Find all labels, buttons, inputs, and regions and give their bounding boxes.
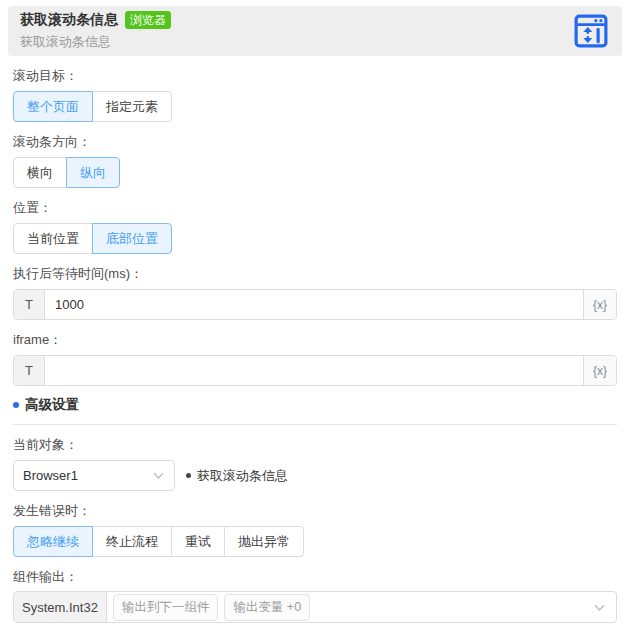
iframe-input-group: T {x} [13, 355, 617, 386]
error-option-retry[interactable]: 重试 [171, 526, 225, 557]
option-current-position[interactable]: 当前位置 [13, 223, 93, 254]
wait-time-label: 执行后等待时间(ms)： [13, 266, 617, 281]
browser-category-badge: 浏览器 [125, 11, 171, 29]
position-label: 位置： [13, 200, 617, 215]
current-object-select[interactable]: Browser1 [13, 460, 175, 491]
on-error-label: 发生错误时： [13, 503, 617, 518]
advanced-settings-label: 高级设置 [25, 396, 79, 414]
option-horizontal[interactable]: 横向 [13, 157, 67, 188]
component-output-group: System.Int32 输出到下一组件 输出变量 +0 [13, 591, 617, 623]
divider [13, 424, 617, 425]
chevron-down-icon[interactable] [593, 601, 606, 614]
chevron-down-icon [152, 469, 165, 482]
option-bottom-position[interactable]: 底部位置 [92, 223, 172, 254]
scroll-direction-label: 滚动条方向： [13, 134, 617, 149]
dot-icon [186, 473, 191, 478]
component-title: 获取滚动条信息 [20, 11, 118, 29]
wait-time-input-group: T {x} [13, 289, 617, 320]
iframe-input[interactable] [45, 356, 583, 385]
current-object-note: 获取滚动条信息 [186, 467, 288, 485]
scroll-target-group: 整个页面 指定元素 [13, 91, 172, 122]
component-output-label: 组件输出： [13, 569, 617, 584]
current-object-value: Browser1 [23, 468, 78, 483]
current-object-note-text: 获取滚动条信息 [197, 467, 288, 485]
option-whole-page[interactable]: 整个页面 [13, 91, 93, 122]
scrollbar-window-icon [574, 14, 608, 48]
wait-time-input[interactable] [45, 290, 583, 319]
option-specified-element[interactable]: 指定元素 [92, 91, 172, 122]
option-vertical[interactable]: 纵向 [66, 157, 120, 188]
header-text-block: 获取滚动条信息 浏览器 获取滚动条信息 [20, 11, 171, 51]
text-type-button[interactable]: T [14, 356, 45, 385]
scroll-target-label: 滚动目标： [13, 68, 617, 83]
output-next-component-tag[interactable]: 输出到下一组件 [113, 594, 219, 621]
component-header: 获取滚动条信息 浏览器 获取滚动条信息 [8, 6, 622, 56]
blue-dot-icon [13, 402, 19, 408]
insert-variable-button[interactable]: {x} [583, 356, 616, 385]
on-error-group: 忽略继续 终止流程 重试 抛出异常 [13, 526, 304, 557]
insert-variable-button[interactable]: {x} [583, 290, 616, 319]
component-subtitle: 获取滚动条信息 [20, 33, 171, 51]
error-option-throw-exception[interactable]: 抛出异常 [224, 526, 304, 557]
advanced-settings-header: 高级设置 [13, 396, 617, 414]
error-option-terminate-flow[interactable]: 终止流程 [92, 526, 172, 557]
scroll-direction-group: 横向 纵向 [13, 157, 120, 188]
current-object-label: 当前对象： [13, 437, 617, 452]
output-variable-tag[interactable]: 输出变量 +0 [224, 594, 310, 621]
text-type-button[interactable]: T [14, 290, 45, 319]
iframe-label: iframe： [13, 332, 617, 347]
output-type-label: System.Int32 [14, 592, 107, 622]
error-option-ignore-continue[interactable]: 忽略继续 [13, 526, 93, 557]
position-group: 当前位置 底部位置 [13, 223, 172, 254]
